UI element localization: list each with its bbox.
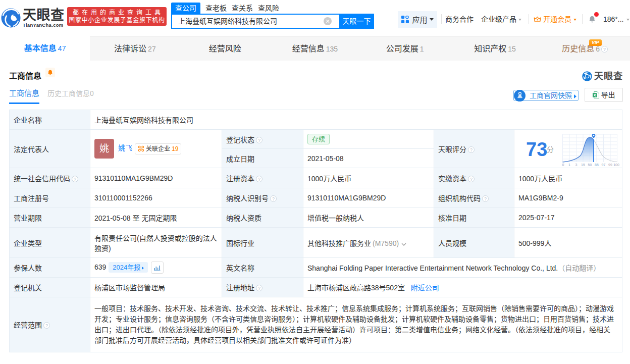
svg-text:50: 50	[588, 163, 592, 167]
svg-text:97: 97	[602, 163, 606, 167]
svg-text:15: 15	[581, 163, 585, 167]
svg-text:1: 1	[568, 163, 570, 167]
svg-text:99: 99	[608, 163, 612, 167]
svg-text:85: 85	[595, 163, 599, 167]
svg-text:0: 0	[562, 163, 564, 167]
svg-text:3: 3	[575, 163, 578, 167]
svg-text:100: 100	[613, 163, 619, 167]
